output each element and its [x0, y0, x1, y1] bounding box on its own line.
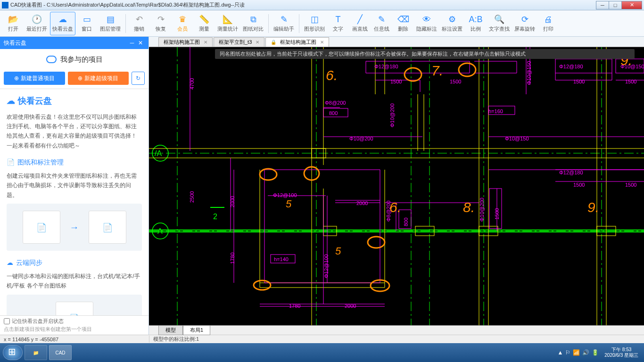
cloud-button[interactable]: ☁快看云盘: [50, 12, 75, 35]
clock[interactable]: 下午 8:53 2020/6/3 星期三: [602, 347, 641, 358]
text-icon: T: [333, 14, 343, 25]
redo-button[interactable]: ↷恢复: [150, 12, 171, 35]
sidebar-buttons: ⊕新建普通项目 ⊕新建超级项目 ↻: [0, 70, 149, 87]
tray-icon[interactable]: ▲: [557, 349, 563, 356]
layers-button[interactable]: ▤图层管理: [98, 12, 123, 35]
tab-2[interactable]: 框架平立剖_t3✕: [214, 37, 264, 47]
section-2-body: 一键同步本地和云端的图纸和标注，台式机/笔记本/手机/平板 各个平台图纸标: [7, 272, 142, 291]
layers-icon: ▤: [105, 14, 116, 25]
text-search-button[interactable]: 🔍文字查找: [487, 12, 512, 35]
readonly-notice: 同名图纸在别处被占用，当前处于只读模式下，您可以继续操作但标注不会被保存。如果要…: [215, 49, 635, 59]
new-super-project-button[interactable]: ⊕新建超级项目: [68, 72, 129, 85]
clock-icon: 🕐: [32, 14, 42, 25]
sidebar-section-title: 我参与的项目: [0, 49, 149, 70]
status-bar: x = 114845 y = -455087 模型中的标注比例:1: [0, 335, 644, 343]
free-line-button[interactable]: ✎任意线: [371, 12, 392, 35]
sidebar-content[interactable]: ☁快看云盘 欢迎使用快看云盘！在这里您不仅可以同步图纸和标注到手机、电脑等各个平…: [0, 89, 149, 315]
edit-helper-button[interactable]: ✎编辑助手: [272, 12, 296, 35]
svg-text:Φ10@150: Φ10@150: [526, 61, 532, 85]
window-icon: ▭: [82, 14, 92, 25]
rotate-icon: ⟳: [520, 14, 530, 25]
svg-text:1500: 1500: [390, 79, 402, 84]
delete-button[interactable]: ⌫删除: [393, 12, 413, 35]
tab-close-icon[interactable]: ✕: [204, 40, 207, 45]
start-button[interactable]: [3, 345, 23, 360]
ratio-button[interactable]: A:B比例: [465, 12, 486, 35]
model-tab[interactable]: 模型: [158, 325, 183, 335]
svg-text:Φ10@200: Φ10@200: [389, 103, 395, 127]
cad-drawing-viewport[interactable]: /A A 2: [149, 47, 644, 325]
section-2-image: [7, 295, 142, 315]
tray-icon[interactable]: 📶: [573, 349, 580, 356]
canvas-area: 框架结构施工图✕ 框架平立剖_t3✕ 🔒框架结构施工图✕ 同名图纸在别处被占用，…: [149, 37, 644, 335]
sidebar: 快看云盘 ─ ✕ 我参与的项目 ⊕新建普通项目 ⊕新建超级项目 ↻ ☁快看云盘 …: [0, 37, 149, 335]
separator: [268, 14, 269, 33]
refresh-icon: ↻: [136, 75, 140, 82]
taskbar-item-explorer[interactable]: 📁: [25, 345, 47, 360]
remember-checkbox-label[interactable]: 记住快看云盘开启状态: [4, 318, 145, 325]
shape-rec-button[interactable]: ◫图形识别: [302, 12, 327, 35]
svg-text:8.: 8.: [463, 199, 475, 215]
text-button[interactable]: T文字: [328, 12, 348, 35]
screen-rotate-button[interactable]: ⟳屏幕旋转: [512, 12, 537, 35]
tab-3[interactable]: 🔒框架结构施工图✕: [265, 37, 329, 47]
open-button[interactable]: 📂打开: [3, 12, 24, 35]
tab-1[interactable]: 框架结构施工图✕: [158, 37, 213, 47]
document-tabs: 框架结构施工图✕ 框架平立剖_t3✕ 🔒框架结构施工图✕: [149, 37, 644, 47]
svg-text:7.: 7.: [431, 63, 443, 78]
svg-text:Φ12@180: Φ12@180: [559, 64, 583, 69]
maximize-button[interactable]: □: [609, 1, 622, 9]
straight-line-button[interactable]: ╱画直线: [349, 12, 370, 35]
tab-close-icon[interactable]: ✕: [320, 40, 324, 45]
vip-icon: ♛: [177, 14, 188, 25]
coordinates: x = 114845 y = -455087: [0, 337, 149, 342]
close-button[interactable]: ✕: [621, 1, 642, 9]
tab-close-icon[interactable]: ✕: [256, 40, 259, 45]
svg-text:5: 5: [286, 198, 292, 210]
svg-text:Φ12@180: Φ12@180: [374, 64, 398, 69]
layout1-tab[interactable]: 布局1: [183, 325, 210, 335]
tray-icon[interactable]: 🔋: [592, 349, 599, 356]
tray-icon[interactable]: ⚐: [565, 349, 570, 356]
window-button[interactable]: ▭窗口: [76, 12, 97, 35]
sidebar-close-button[interactable]: ✕: [136, 40, 145, 46]
plus-icon: ⊕: [78, 75, 83, 82]
measure-stat-button[interactable]: 📐测量统计: [215, 12, 240, 35]
measure-button[interactable]: 📏测量: [194, 12, 215, 35]
freeline-icon: ✎: [376, 14, 387, 25]
svg-text:1780: 1780: [230, 253, 235, 264]
annot-set-button[interactable]: ⚙标注设置: [440, 12, 464, 35]
svg-text:Φ10@150: Φ10@150: [505, 136, 529, 141]
shapes-icon: ◫: [309, 14, 320, 25]
remember-checkbox[interactable]: [4, 318, 10, 324]
vip-button[interactable]: ♛会员: [172, 12, 193, 35]
window-controls: ─ □ ✕: [596, 1, 642, 9]
hide-annot-button[interactable]: 👁隐藏标注: [414, 12, 439, 35]
compare-button[interactable]: ⧉图纸对比: [241, 12, 265, 35]
section-1-title: 📄图纸和标注管理: [7, 157, 142, 168]
svg-text:2000: 2000: [356, 200, 368, 206]
refresh-button[interactable]: ↻: [132, 72, 145, 85]
section-1-image: →: [7, 204, 142, 251]
undo-button[interactable]: ↶撤销: [129, 12, 149, 35]
sidebar-footer: 记住快看云盘开启状态 点击新建项目按钮来创建您第一个项目: [0, 315, 149, 335]
search-icon: 🔍: [494, 14, 504, 25]
hide-icon: 👁: [421, 14, 432, 25]
svg-text:6.: 6.: [326, 67, 338, 83]
recent-button[interactable]: 🕐最近打开: [25, 12, 49, 35]
intro-text: 欢迎使用快看云盘！在这里您不仅可以同步图纸和标注到手机、电脑等各个平台，还可以分…: [7, 112, 142, 151]
tray-icons[interactable]: ▲ ⚐ 📶 🔊 🔋: [557, 349, 599, 356]
sidebar-header: 快看云盘 ─ ✕: [0, 37, 149, 49]
taskbar-item-cad[interactable]: CAD: [49, 345, 72, 360]
sidebar-minimize-button[interactable]: ─: [128, 40, 136, 46]
plus-icon: ⊕: [14, 75, 19, 82]
section-2-title: ☁云端同步: [7, 257, 142, 269]
new-normal-project-button[interactable]: ⊕新建普通项目: [4, 72, 65, 85]
svg-text:2500: 2500: [189, 191, 195, 203]
minimize-button[interactable]: ─: [596, 1, 609, 9]
svg-text:1780: 1780: [289, 303, 300, 309]
svg-text:h=160: h=160: [488, 108, 503, 114]
tray-icon[interactable]: 🔊: [582, 349, 589, 356]
svg-text:Φ12@100: Φ12@100: [273, 192, 297, 198]
print-button[interactable]: 🖨打印: [538, 12, 559, 35]
